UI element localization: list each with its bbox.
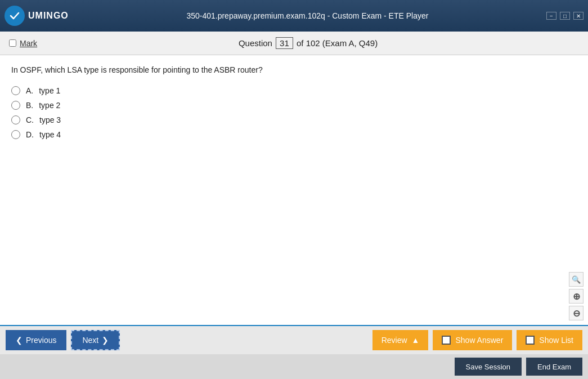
- previous-button[interactable]: Previous: [6, 330, 66, 350]
- previous-label: Previous: [26, 336, 56, 345]
- question-label: Question: [239, 38, 272, 48]
- minimize-button[interactable]: −: [546, 12, 556, 20]
- option-label-b: B.: [26, 101, 33, 110]
- question-total: of 102 (Exam A, Q49): [297, 38, 378, 48]
- next-label: Next: [82, 336, 98, 345]
- show-list-button[interactable]: Show List: [517, 330, 582, 350]
- end-exam-button[interactable]: End Exam: [526, 358, 582, 376]
- logo-text: UMINGO: [28, 11, 69, 21]
- mark-text: Mark: [20, 39, 37, 48]
- option-b[interactable]: B. type 2: [11, 101, 577, 110]
- show-answer-checkbox-icon: [442, 336, 451, 345]
- option-c[interactable]: C. type 3: [11, 115, 577, 124]
- save-session-button[interactable]: Save Session: [455, 358, 522, 376]
- question-number: 31: [276, 37, 293, 49]
- option-text-b: type 2: [39, 101, 60, 110]
- option-text-c: type 3: [39, 115, 61, 124]
- option-label-a: A.: [26, 86, 33, 95]
- zoom-out-icon[interactable]: ⊖: [569, 306, 583, 320]
- review-button[interactable]: Review: [372, 330, 429, 350]
- option-text-a: type 1: [39, 86, 60, 95]
- option-label-d: D.: [26, 130, 34, 139]
- zoom-in-icon[interactable]: ⊕: [569, 289, 583, 304]
- main-content: In OSPF, which LSA type is responsible f…: [0, 55, 588, 325]
- show-list-checkbox-icon: [526, 336, 535, 345]
- show-list-label: Show List: [539, 336, 573, 345]
- logo: UMINGO: [5, 6, 69, 26]
- search-icon[interactable]: 🔍: [569, 272, 583, 287]
- review-label: Review: [381, 336, 407, 345]
- option-text-d: type 4: [39, 130, 61, 139]
- svg-point-0: [7, 8, 22, 23]
- show-answer-label: Show Answer: [455, 336, 503, 345]
- mark-checkbox[interactable]: [9, 39, 16, 47]
- bottom-toolbar: Previous Next Review Show Answer Show Li…: [0, 325, 588, 354]
- radio-a[interactable]: [11, 86, 20, 95]
- mark-label[interactable]: Mark: [9, 39, 37, 48]
- question-text: In OSPF, which LSA type is responsible f…: [11, 64, 577, 76]
- radio-b[interactable]: [11, 101, 20, 110]
- maximize-button[interactable]: □: [560, 12, 570, 20]
- radio-c[interactable]: [11, 115, 20, 124]
- title-bar: UMINGO 350-401.prepaway.premium.exam.102…: [0, 0, 588, 32]
- next-button[interactable]: Next: [71, 330, 120, 350]
- chevron-right-icon: [102, 336, 109, 345]
- logo-icon: [5, 6, 25, 26]
- options-list: A. type 1 B. type 2 C. type 3 D. type 4: [11, 86, 577, 139]
- radio-d[interactable]: [11, 130, 20, 139]
- question-info: Question 31 of 102 (Exam A, Q49): [37, 37, 579, 49]
- option-d[interactable]: D. type 4: [11, 130, 577, 139]
- question-bar: Mark Question 31 of 102 (Exam A, Q49): [0, 32, 588, 55]
- app-title: 350-401.prepaway.premium.exam.102q - Cus…: [69, 11, 546, 20]
- option-a[interactable]: A. type 1: [11, 86, 577, 95]
- option-label-c: C.: [26, 115, 34, 124]
- close-button[interactable]: ✕: [573, 12, 583, 20]
- chevron-left-icon: [16, 336, 23, 345]
- window-controls: − □ ✕: [546, 12, 583, 20]
- chevron-up-icon: [412, 336, 420, 345]
- bottom-action-row: Save Session End Exam: [0, 354, 588, 379]
- show-answer-button[interactable]: Show Answer: [433, 330, 512, 350]
- zoom-controls: 🔍 ⊕ ⊖: [569, 272, 583, 320]
